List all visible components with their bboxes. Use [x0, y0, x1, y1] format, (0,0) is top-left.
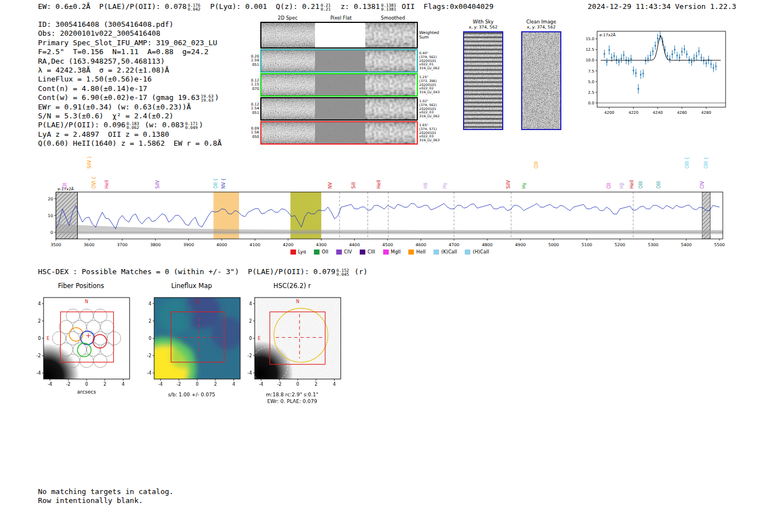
spec2d-cutout-smooth: [365, 98, 416, 119]
full-spectrum-chart: 3500360037003800390040004100420043004400…: [44, 148, 736, 250]
lineflux-map-panel: Lineflux Map N-4-4-2-2002244 s/b: 1.00 +…: [133, 282, 250, 398]
spectrum-legend: LyαOIICIVCIIIMgIIHeII(K)CaII(H)CaII: [45, 249, 735, 255]
info-line: λ = 4242.38Å σ = 2.22(±1.08)Å: [38, 66, 222, 75]
spec2d-cutout-trace: [261, 23, 315, 47]
spec2d-row: 0.091.560501.65"(374, 571)20200101v022_0…: [246, 121, 461, 145]
svg-text:4: 4: [38, 301, 41, 306]
emission-line-label: HeII: [376, 180, 382, 189]
info-line: Cont(w) = 6.90(±0.02)e-17 (gmag 19.6319.…: [38, 93, 222, 102]
legend-swatch: [408, 250, 414, 255]
clean-image-title: Clean Image: [519, 19, 563, 25]
svg-text:3800: 3800: [150, 242, 161, 247]
svg-text:E: E: [46, 336, 49, 341]
svg-text:0: 0: [149, 336, 151, 341]
legend-item: HeII: [408, 249, 426, 255]
legend-swatch: [433, 250, 439, 255]
svg-text:20: 20: [47, 196, 53, 202]
emission-line-label: Hδ: [423, 183, 428, 189]
svg-text:4500: 4500: [382, 242, 393, 247]
emission-line-label: NV: [328, 182, 333, 189]
svg-text:0: 0: [196, 382, 198, 387]
svg-text:4600: 4600: [416, 242, 426, 247]
svg-text:10.0: 10.0: [585, 58, 594, 63]
svg-text:-2: -2: [277, 382, 282, 387]
svg-text:5100: 5100: [581, 242, 592, 247]
emission-line-label: OIII {: [704, 157, 709, 169]
svg-text:-4: -4: [158, 382, 163, 387]
info-line: LineFlux = 1.50(±0.56)e-16: [38, 75, 222, 84]
stacked-value: 0.1760.042: [188, 3, 201, 11]
spec2d-cutout-smooth: [365, 74, 416, 95]
svg-text:-2: -2: [177, 382, 181, 387]
spec2d-panel: 2D Spec Pixel Flat Smoothed WeightedSum0…: [246, 15, 461, 145]
svg-text:3700: 3700: [117, 242, 127, 247]
svg-text:0: 0: [85, 382, 88, 387]
stacked-value: 0.1830.062: [127, 122, 140, 130]
emission-line-label: CIII: [534, 161, 539, 169]
hsc-image-title: HSC(26.2) r: [233, 282, 351, 291]
svg-text:4220: 4220: [628, 111, 638, 115]
stacked-value: 0.1520.045: [336, 269, 349, 276]
spec2d-cutout-flat: [315, 74, 365, 95]
info-line: EWr = 0.91(±0.34) (w: 0.63(±0.23))Å: [38, 103, 222, 112]
info-line: Obs: 20200101v022_3005416408: [38, 29, 222, 38]
svg-text:5200: 5200: [614, 242, 625, 247]
svg-text:-4: -4: [47, 382, 52, 387]
hsc-dex-line: HSC-DEX : Possible Matches = 0 (within +…: [38, 267, 368, 276]
with-sky-title: With Sky: [461, 19, 505, 25]
clean-image: [521, 31, 561, 130]
lineflux-map-title: Lineflux Map: [133, 282, 250, 291]
with-sky-coords: x, y: 374, 562: [461, 25, 505, 30]
spec2d-cutout-smooth: [365, 50, 416, 71]
svg-text:N: N: [296, 299, 299, 304]
emission-line-label: OII {: [213, 178, 218, 189]
footer-line: Row intentionally blank.: [38, 496, 174, 505]
emission-line-label: NV {: [221, 178, 226, 189]
hsc-image-chart: NE-4-4-2-2002244: [239, 291, 345, 391]
svg-text:2: 2: [214, 382, 217, 387]
svg-text:-4: -4: [147, 371, 151, 376]
spec2d-row: 0.201.590510.40"(374, 562)20200101v022_0…: [246, 49, 461, 73]
svg-text:-4: -4: [36, 371, 41, 376]
info-line: F=2.5" T=0.156 N=1.11 A=0.88 g=24.2: [38, 47, 222, 56]
svg-text:arcsecs: arcsecs: [77, 389, 96, 395]
emission-line-label: Hγ: [522, 183, 527, 189]
spec2d-column-titles: 2D Spec Pixel Flat Smoothed: [260, 15, 419, 21]
stacked-value: 0.13810.1381: [381, 3, 396, 11]
fiber-positions-panel: Fiber Positions NE-4-4-2-2002244arcsecs: [22, 282, 140, 398]
legend-swatch: [465, 250, 470, 255]
emission-line-label: CIV: [700, 181, 705, 189]
svg-text:4: 4: [122, 382, 125, 387]
stacked-value: 0.210.21: [321, 3, 331, 11]
emission-line-label: SiII: [351, 182, 356, 189]
fiber-positions-chart: NE-4-4-2-2002244arcsecs: [28, 291, 134, 398]
info-block: ID: 3005416408 (3005416408.pdf)Obs: 2020…: [38, 20, 222, 148]
svg-text:e-17x2Å: e-17x2Å: [599, 32, 616, 37]
svg-text:3600: 3600: [84, 242, 94, 247]
svg-text:0: 0: [50, 230, 53, 235]
info-line: P(LAE)/P(OII): 0.0960.1830.062 (w: 0.083…: [38, 121, 222, 130]
svg-text:0.0: 0.0: [588, 101, 594, 106]
legend-swatch: [360, 250, 365, 255]
svg-text:15.0: 15.0: [585, 37, 594, 41]
svg-text:5400: 5400: [681, 242, 692, 247]
svg-text:E: E: [258, 336, 260, 341]
spec2d-cutout-flat: [315, 98, 365, 119]
svg-text:-2: -2: [147, 353, 151, 358]
svg-text:4900: 4900: [515, 242, 526, 247]
hsc-caption-magnitude: m:18.8 rc:2.9" s:0.1": [233, 391, 351, 398]
emission-line-label: SiIV: [155, 180, 160, 189]
legend-swatch: [336, 250, 342, 255]
spec2d-row: 0.121.540511.02"(374, 562)20200101v022_0…: [246, 97, 461, 121]
svg-text:4400: 4400: [349, 242, 360, 247]
zoom-spectrum-chart: 0.02.55.07.510.012.515.04200422042404260…: [578, 26, 729, 121]
stacked-value: 19.6319.63: [201, 94, 214, 102]
svg-text:4200: 4200: [604, 111, 614, 115]
svg-text:2: 2: [103, 382, 106, 387]
svg-text:5300: 5300: [648, 242, 659, 247]
info-line: RA,Dec (163.948257,50.468113): [38, 57, 222, 66]
svg-text:4700: 4700: [449, 242, 459, 247]
footer-line: No matching targets in catalog.: [38, 487, 174, 496]
legend-item: CIII: [360, 249, 375, 255]
spec2d-cutout-trace: [261, 122, 315, 143]
